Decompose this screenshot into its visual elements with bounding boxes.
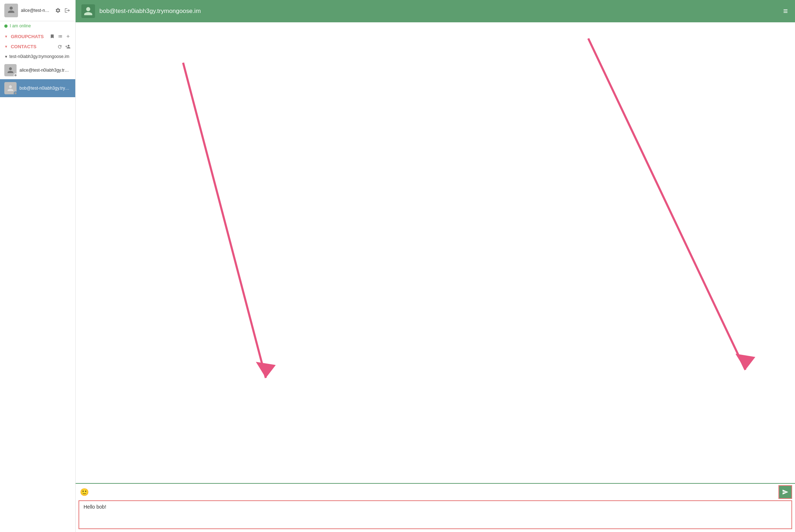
groupchats-section-header: ▼ GROUPCHATS [0, 31, 75, 41]
contact-name-alice: alice@test-n0iabh3gy.trymo... [19, 68, 71, 73]
message-input[interactable] [78, 500, 792, 529]
server-group-header[interactable]: ▼ test-n0iabh3gy.trymongoose.im [0, 52, 75, 61]
current-user-avatar [4, 4, 18, 17]
contacts-refresh-button[interactable] [57, 44, 63, 50]
chat-area: bob@test-n0iabh3gy.trymongoose.im ≡ 🙂 [76, 0, 795, 532]
send-button[interactable] [778, 485, 792, 499]
emoji-button[interactable]: 🙂 [78, 486, 90, 498]
sidebar-header-icons [54, 7, 71, 14]
contact-name-bob: bob@test-n0iabh3gy.trymon... [19, 86, 71, 91]
contact-status-dot-alice [14, 73, 17, 77]
groupchats-bookmark-button[interactable] [49, 33, 55, 39]
chat-header-avatar [81, 4, 95, 18]
current-username: alice@test-n0iabh3gy.trymongoose... [21, 8, 51, 13]
annotation-arrows [76, 22, 795, 483]
chat-input-toolbar: 🙂 [76, 484, 795, 500]
contact-avatar-bob [4, 82, 17, 94]
contacts-section-header: ▼ CONTACTS [0, 41, 75, 52]
contacts-arrow-icon[interactable]: ▼ [4, 45, 8, 49]
contact-item-alice[interactable]: alice@test-n0iabh3gy.trymo... [0, 61, 75, 79]
svg-marker-1 [256, 362, 276, 378]
contacts-add-button[interactable] [65, 44, 71, 50]
online-status: I am online [0, 21, 75, 31]
groupchats-label[interactable]: GROUPCHATS [11, 34, 47, 39]
sidebar-header: alice@test-n0iabh3gy.trymongoose... [0, 0, 75, 21]
chat-messages[interactable] [76, 22, 795, 483]
server-group-arrow-icon: ▼ [4, 55, 8, 59]
groupchats-arrow-icon[interactable]: ▼ [4, 35, 8, 39]
online-dot [4, 24, 8, 28]
groupchats-icons [49, 33, 71, 39]
logout-button[interactable] [64, 7, 71, 14]
settings-button[interactable] [54, 7, 62, 14]
server-group-label: test-n0iabh3gy.trymongoose.im [9, 54, 69, 59]
groupchats-add-button[interactable] [65, 33, 71, 39]
svg-line-0 [183, 63, 266, 378]
sidebar: alice@test-n0iabh3gy.trymongoose... I am… [0, 0, 76, 532]
contact-status-dot-bob [14, 91, 17, 95]
contacts-label[interactable]: CONTACTS [11, 44, 55, 49]
chat-input-area: 🙂 [76, 483, 795, 532]
svg-line-2 [588, 39, 745, 370]
user-icon [7, 6, 15, 15]
groupchats-list-button[interactable] [57, 33, 63, 39]
chat-header: bob@test-n0iabh3gy.trymongoose.im ≡ [76, 0, 795, 22]
chat-header-name: bob@test-n0iabh3gy.trymongoose.im [99, 8, 777, 15]
svg-marker-3 [736, 354, 755, 370]
chat-header-menu-button[interactable]: ≡ [782, 5, 789, 17]
contact-item-bob[interactable]: bob@test-n0iabh3gy.trymon... [0, 79, 75, 97]
contacts-icons [57, 44, 71, 50]
contact-avatar-alice [4, 64, 17, 76]
status-text: I am online [10, 23, 31, 28]
